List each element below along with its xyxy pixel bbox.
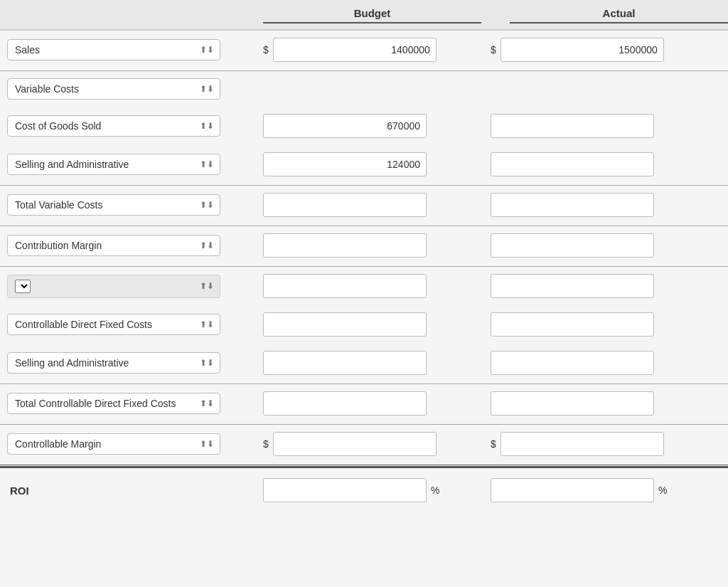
- actual-input-empty-row[interactable]: [491, 274, 654, 298]
- row-total-variable-costs: Total Variable Costs ⬆⬇: [0, 186, 728, 226]
- label-col-selling-administrative-and: Selling and Administrative ⬆⬇: [0, 352, 263, 374]
- budget-input-selling-administrative-and[interactable]: [263, 351, 427, 375]
- budget-input-cost-of-goods-sold[interactable]: [263, 114, 427, 138]
- roi-row: ROI % %: [0, 467, 728, 509]
- select-contribution-margin[interactable]: Contribution Margin: [15, 240, 197, 251]
- row-variable-costs: Variable Costs ⬆⬇: [0, 71, 728, 107]
- actual-col-empty-row: [491, 274, 697, 298]
- actual-input-controllable-direct-fixed-costs[interactable]: [491, 312, 654, 337]
- actual-header: Actual: [510, 7, 728, 23]
- select-wrapper-total-variable-costs[interactable]: Total Variable Costs ⬆⬇: [7, 194, 220, 216]
- roi-budget-col: %: [263, 478, 469, 502]
- select-arrow-selling-and-administrative: ⬆⬇: [200, 159, 214, 169]
- select-arrow-total-variable-costs: ⬆⬇: [200, 200, 214, 210]
- row-empty-row: ⬆⬇: [0, 267, 728, 305]
- budget-dollar-sales: $: [263, 44, 269, 55]
- select-sales[interactable]: Sales: [15, 44, 197, 55]
- roi-budget-input[interactable]: [263, 478, 427, 502]
- budget-input-contribution-margin[interactable]: [263, 233, 427, 258]
- main-container: Budget Actual Sales ⬆⬇ $ $ Variable Cost…: [0, 0, 728, 587]
- select-wrapper-selling-and-administrative[interactable]: Selling and Administrative ⬆⬇: [7, 154, 220, 175]
- budget-input-total-variable-costs[interactable]: [263, 193, 427, 217]
- select-variable-costs[interactable]: Variable Costs: [15, 83, 197, 95]
- select-controllable-margin[interactable]: Controllable Margin: [15, 438, 197, 450]
- actual-col-controllable-direct-fixed-costs: [491, 312, 697, 337]
- label-col-total-controllable-direct-fixed-costs: Total Controllable Direct Fixed Costs ⬆⬇: [0, 393, 263, 414]
- rows-container: Sales ⬆⬇ $ $ Variable Costs ⬆⬇ Cost of G…: [0, 31, 728, 467]
- roi-actual-percent: %: [658, 485, 667, 496]
- budget-col-contribution-margin: [263, 233, 469, 258]
- select-arrow-controllable-margin: ⬆⬇: [200, 439, 214, 449]
- label-col-variable-costs: Variable Costs ⬆⬇: [0, 78, 263, 100]
- select-wrapper-contribution-margin[interactable]: Contribution Margin ⬆⬇: [7, 235, 220, 256]
- actual-input-total-controllable-direct-fixed-costs[interactable]: [491, 391, 654, 416]
- select-wrapper-cost-of-goods-sold[interactable]: Cost of Goods Sold ⬆⬇: [7, 115, 220, 137]
- select-wrapper-sales[interactable]: Sales ⬆⬇: [7, 39, 220, 60]
- select-wrapper-empty-row[interactable]: ⬆⬇: [7, 275, 220, 298]
- actual-input-selling-and-administrative[interactable]: [491, 152, 654, 176]
- select-arrow-sales: ⬆⬇: [200, 45, 214, 55]
- select-total-controllable-direct-fixed-costs[interactable]: Total Controllable Direct Fixed Costs: [15, 398, 197, 409]
- roi-label: ROI: [0, 485, 263, 497]
- budget-input-controllable-direct-fixed-costs[interactable]: [263, 312, 427, 337]
- row-controllable-direct-fixed-costs: Controllable Direct Fixed Costs ⬆⬇: [0, 305, 728, 344]
- actual-input-sales[interactable]: [500, 38, 664, 62]
- roi-budget-percent: %: [431, 485, 439, 496]
- select-empty-row[interactable]: [15, 280, 31, 293]
- select-wrapper-controllable-margin[interactable]: Controllable Margin ⬆⬇: [7, 433, 220, 455]
- select-wrapper-selling-administrative-and[interactable]: Selling and Administrative ⬆⬇: [7, 352, 220, 374]
- select-wrapper-total-controllable-direct-fixed-costs[interactable]: Total Controllable Direct Fixed Costs ⬆⬇: [7, 393, 220, 414]
- row-contribution-margin: Contribution Margin ⬆⬇: [0, 226, 728, 267]
- budget-col-selling-and-administrative: [263, 152, 469, 176]
- select-wrapper-variable-costs[interactable]: Variable Costs ⬆⬇: [7, 78, 220, 100]
- select-arrow-contribution-margin: ⬆⬇: [200, 240, 214, 250]
- select-selling-administrative-and[interactable]: Selling and Administrative: [15, 357, 197, 369]
- actual-col-selling-administrative-and: [491, 351, 697, 375]
- select-controllable-direct-fixed-costs[interactable]: Controllable Direct Fixed Costs: [15, 319, 197, 330]
- select-arrow-empty-row: ⬆⬇: [200, 281, 214, 291]
- budget-dollar-controllable-margin: $: [263, 438, 269, 450]
- select-arrow-controllable-direct-fixed-costs: ⬆⬇: [200, 319, 214, 329]
- budget-col-cost-of-goods-sold: [263, 114, 469, 138]
- budget-input-total-controllable-direct-fixed-costs[interactable]: [263, 391, 427, 416]
- budget-col-empty-row: [263, 274, 469, 298]
- select-arrow-variable-costs: ⬆⬇: [200, 84, 214, 94]
- select-total-variable-costs[interactable]: Total Variable Costs: [15, 199, 197, 211]
- roi-actual-input[interactable]: [491, 478, 654, 502]
- select-wrapper-controllable-direct-fixed-costs[interactable]: Controllable Direct Fixed Costs ⬆⬇: [7, 314, 220, 335]
- budget-col-controllable-direct-fixed-costs: [263, 312, 469, 337]
- actual-col-total-controllable-direct-fixed-costs: [491, 391, 697, 416]
- budget-col-controllable-margin: $: [263, 432, 469, 456]
- row-controllable-margin: Controllable Margin ⬆⬇ $ $: [0, 425, 728, 467]
- actual-input-cost-of-goods-sold[interactable]: [491, 114, 654, 138]
- actual-col-total-variable-costs: [491, 193, 697, 217]
- actual-col-sales: $: [491, 38, 697, 62]
- select-selling-and-administrative[interactable]: Selling and Administrative: [15, 159, 197, 170]
- actual-dollar-controllable-margin: $: [491, 438, 496, 450]
- budget-input-sales[interactable]: [273, 38, 437, 62]
- budget-col-total-controllable-direct-fixed-costs: [263, 391, 469, 416]
- row-selling-and-administrative: Selling and Administrative ⬆⬇: [0, 145, 728, 186]
- budget-col-total-variable-costs: [263, 193, 469, 217]
- row-sales: Sales ⬆⬇ $ $: [0, 31, 728, 71]
- roi-actual-col: %: [491, 478, 697, 502]
- label-col-selling-and-administrative: Selling and Administrative ⬆⬇: [0, 154, 263, 175]
- label-col-empty-row: ⬆⬇: [0, 275, 263, 298]
- budget-header: Budget: [263, 7, 481, 23]
- actual-col-selling-and-administrative: [491, 152, 697, 176]
- label-col-sales: Sales ⬆⬇: [0, 39, 263, 60]
- actual-input-selling-administrative-and[interactable]: [491, 351, 654, 375]
- actual-input-contribution-margin[interactable]: [491, 233, 654, 258]
- budget-col-sales: $: [263, 38, 469, 62]
- actual-col-contribution-margin: [491, 233, 697, 258]
- actual-col-controllable-margin: $: [491, 432, 697, 456]
- select-arrow-selling-administrative-and: ⬆⬇: [200, 358, 214, 368]
- budget-input-empty-row[interactable]: [263, 274, 427, 298]
- actual-input-total-variable-costs[interactable]: [491, 193, 654, 217]
- budget-input-controllable-margin[interactable]: [273, 432, 437, 456]
- actual-input-controllable-margin[interactable]: [500, 432, 664, 456]
- column-headers: Budget Actual: [0, 0, 728, 31]
- budget-input-selling-and-administrative[interactable]: [263, 152, 427, 176]
- select-cost-of-goods-sold[interactable]: Cost of Goods Sold: [15, 120, 197, 132]
- select-arrow-total-controllable-direct-fixed-costs: ⬆⬇: [200, 398, 214, 408]
